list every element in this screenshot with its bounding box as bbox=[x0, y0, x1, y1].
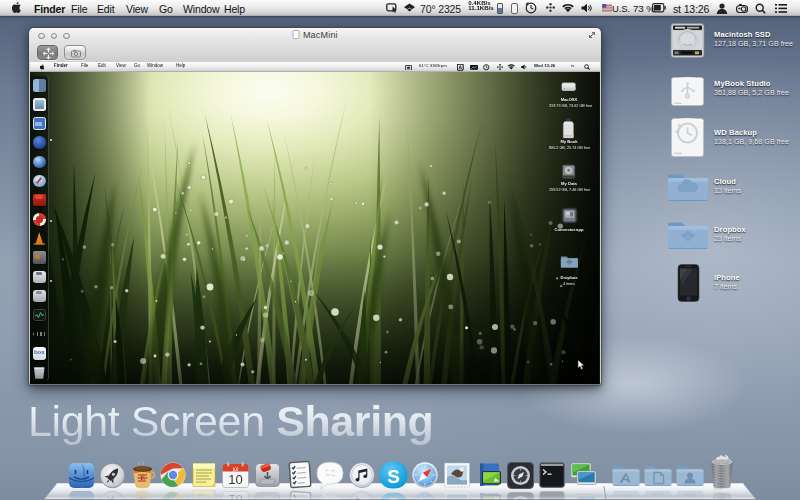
svg-text:10: 10 bbox=[228, 472, 242, 487]
svg-text:júl: júl bbox=[232, 466, 238, 472]
svg-text:S: S bbox=[387, 466, 400, 487]
svg-text:É: É bbox=[140, 474, 145, 482]
